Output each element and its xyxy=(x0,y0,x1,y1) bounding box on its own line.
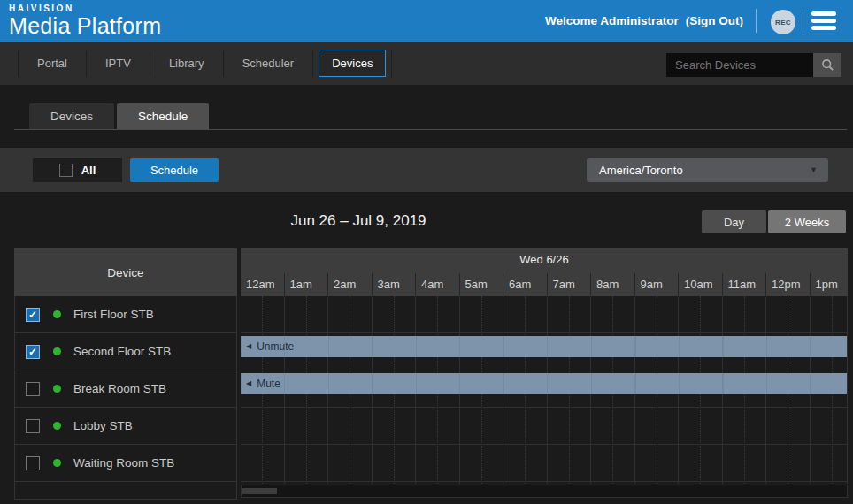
search-input[interactable] xyxy=(666,53,813,77)
event-bar-mute[interactable]: ◀Mute xyxy=(241,373,848,394)
search-icon xyxy=(821,58,834,72)
sign-out-link[interactable]: (Sign Out) xyxy=(686,14,743,27)
hamburger-menu-icon[interactable] xyxy=(811,11,836,30)
hour-label: 12am xyxy=(241,273,285,296)
hour-label: 1pm xyxy=(811,273,849,296)
device-row-empty xyxy=(15,482,236,499)
date-range-title: Jun 26 – Jul 9, 2019 xyxy=(0,212,717,230)
timeline-scrollbar-track[interactable] xyxy=(241,485,848,498)
timeline-row xyxy=(241,296,847,333)
hour-label: 7am xyxy=(548,273,592,296)
nav-item-scheduler[interactable]: Scheduler xyxy=(224,50,313,77)
hour-label: 8am xyxy=(591,273,635,296)
hour-label: 10am xyxy=(679,273,723,296)
hour-label: 3am xyxy=(373,273,417,296)
tab-devices[interactable]: Devices xyxy=(29,103,114,129)
select-all-checkbox[interactable]: All xyxy=(33,158,122,182)
timeline-row: ◀Mute xyxy=(241,370,847,408)
event-label: Mute xyxy=(257,378,280,390)
nav-separator xyxy=(312,50,313,77)
range-toggle-group: Day2 Weeks xyxy=(702,210,846,233)
status-online-dot xyxy=(53,347,61,355)
device-checkbox[interactable] xyxy=(26,456,40,470)
device-checkbox[interactable]: ✓ xyxy=(26,308,40,322)
tab-underline xyxy=(14,129,847,130)
nav-separator xyxy=(391,50,392,77)
timezone-selected-value: America/Toronto xyxy=(599,164,683,177)
event-bar-unmute[interactable]: ◀Unmute xyxy=(241,336,848,357)
header-divider xyxy=(803,9,803,33)
hour-label: 1am xyxy=(285,273,329,296)
status-online-dot xyxy=(53,459,61,467)
continues-left-icon: ◀ xyxy=(246,380,251,387)
nav-item-iptv[interactable]: IPTV xyxy=(87,50,150,77)
hour-label: 4am xyxy=(416,273,460,296)
brand-logo[interactable]: HAIVISION Media Platform xyxy=(9,4,161,38)
device-row[interactable]: Lobby STB xyxy=(15,408,236,445)
device-checkbox[interactable] xyxy=(26,382,40,396)
hour-label: 11am xyxy=(723,273,767,296)
device-name-label: Lobby STB xyxy=(73,419,133,432)
device-row[interactable]: Break Room STB xyxy=(15,370,236,408)
day-header: Wed 6/26 xyxy=(241,253,848,266)
app-header: HAIVISION Media Platform Welcome Adminis… xyxy=(0,0,853,42)
rec-indicator[interactable]: REC xyxy=(771,10,795,34)
hour-label: 6am xyxy=(503,273,548,296)
all-checkbox-box[interactable] xyxy=(59,164,73,177)
all-checkbox-label: All xyxy=(81,164,96,177)
schedule-toolbar: All Schedule America/Toronto ▼ xyxy=(0,148,853,192)
nav-items: PortalIPTVLibrarySchedulerDevices xyxy=(18,42,392,85)
range-button-day[interactable]: Day xyxy=(702,210,766,233)
device-name-label: Break Room STB xyxy=(73,382,166,395)
haivision-media-platform-window: HAIVISION Media Platform Welcome Adminis… xyxy=(0,0,853,504)
device-row[interactable]: ✓First Floor STB xyxy=(15,296,236,333)
timeline-scrollbar-thumb[interactable] xyxy=(242,488,277,494)
hour-label: 9am xyxy=(635,273,680,296)
timeline-row: ◀Unmute xyxy=(241,333,847,370)
hour-label: 2am xyxy=(328,273,373,296)
event-label: Unmute xyxy=(257,340,294,353)
tab-schedule[interactable]: Schedule xyxy=(117,103,209,129)
hour-label: 12pm xyxy=(766,273,811,296)
nav-item-library[interactable]: Library xyxy=(150,50,223,77)
device-checkbox[interactable] xyxy=(26,419,40,433)
status-online-dot xyxy=(53,385,61,393)
device-row[interactable]: ✓Second Floor STB xyxy=(15,333,236,370)
brand-top-text: HAIVISION xyxy=(9,4,161,13)
brand-name-text: Media Platform xyxy=(9,13,161,38)
device-row[interactable]: Waiting Room STB xyxy=(15,445,236,482)
device-column-header: Device xyxy=(14,248,237,296)
device-checkbox[interactable]: ✓ xyxy=(26,345,40,359)
header-divider xyxy=(756,9,757,33)
search-button[interactable] xyxy=(813,53,841,77)
view-tabs: DevicesSchedule xyxy=(29,103,209,129)
hour-labels-row: 12am1am2am3am4am5am6am7am8am9am10am11am1… xyxy=(241,273,848,296)
device-name-label: Second Floor STB xyxy=(73,345,171,358)
timeline-grid: ◀Unmute◀Mute xyxy=(241,296,848,484)
timeline-row xyxy=(241,408,847,445)
timezone-dropdown[interactable]: America/Toronto ▼ xyxy=(587,158,828,182)
device-name-label: Waiting Room STB xyxy=(73,456,174,470)
status-online-dot xyxy=(53,310,61,318)
nav-item-devices[interactable]: Devices xyxy=(319,50,386,77)
hour-label: 5am xyxy=(460,273,504,296)
schedule-button[interactable]: Schedule xyxy=(130,158,219,182)
welcome-text: Welcome Administrator xyxy=(545,14,679,27)
device-list: ✓First Floor STB✓Second Floor STBBreak R… xyxy=(14,296,237,500)
timeline-header: Wed 6/26 12am1am2am3am4am5am6am7am8am9am… xyxy=(241,248,848,296)
range-button-2-weeks[interactable]: 2 Weeks xyxy=(768,210,846,233)
status-online-dot xyxy=(53,422,61,430)
device-name-label: First Floor STB xyxy=(73,308,154,321)
chevron-down-icon: ▼ xyxy=(810,158,818,182)
timeline-row xyxy=(241,445,847,482)
main-navbar: PortalIPTVLibrarySchedulerDevices xyxy=(0,42,853,85)
continues-left-icon: ◀ xyxy=(246,343,251,350)
nav-item-portal[interactable]: Portal xyxy=(19,50,86,77)
